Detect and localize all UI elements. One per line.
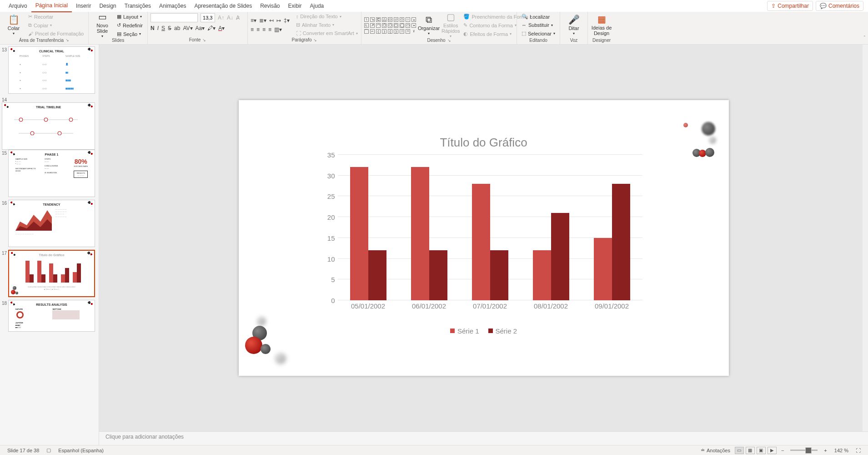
zoom-level[interactable]: 142 % (831, 448, 852, 453)
menu-exibir[interactable]: Exibir (284, 0, 306, 12)
menu-design[interactable]: Design (95, 0, 120, 12)
slide-thumbnail[interactable]: 14 TRIAL TIMELINE (2, 96, 95, 150)
menu-transicoes[interactable]: Transições (120, 0, 155, 12)
slide-number-label: 16 (2, 200, 8, 247)
justify-icon[interactable]: ≡ (268, 26, 271, 33)
quick-styles-button[interactable]: ▢Estilos Rápidos▾ (442, 13, 460, 38)
ribbon-group-clipboard: 📋Colar▾ ✂Recortar ⧉Copiar▾ 🖌Pincel de Fo… (0, 12, 89, 44)
menu-arquivo[interactable]: Arquivo (5, 0, 31, 12)
notes-toggle[interactable]: ≐Anotações (697, 447, 734, 453)
font-color-icon[interactable]: A▾ (218, 25, 225, 31)
svg-point-6 (58, 131, 61, 135)
copy-button[interactable]: ⧉Copiar▾ (26, 21, 85, 29)
font-name-combo[interactable] (151, 13, 198, 22)
zoom-in-button[interactable]: + (820, 448, 830, 453)
menu-ajuda[interactable]: Ajuda (306, 0, 328, 12)
chart-bar (490, 250, 508, 300)
highlight-icon[interactable]: 🖍▾ (207, 25, 216, 31)
ribbon-group-paragraph: ≡▾ ≣▾ ↤ ↦ ‡▾ ≡ ≡ ≡ ≡ ▥▾ ↕Direção do Text… (248, 12, 361, 44)
svg-point-20 (18, 313, 22, 317)
accessibility-icon[interactable]: ▢ (43, 447, 55, 453)
chart-bar (411, 167, 429, 300)
language-indicator[interactable]: Espanhol (Espanha) (55, 448, 107, 453)
format-painter-button[interactable]: 🖌Pincel de Formatação (26, 30, 85, 37)
ribbon-group-slides: ▭Novo Slide▾ ▦Layout▾ ↺Redefinir ▤Seção▾… (89, 12, 148, 44)
line-spacing-icon[interactable]: ‡▾ (284, 17, 290, 24)
case-icon[interactable]: Aa▾ (196, 25, 205, 31)
strike-icon[interactable]: S̶ (168, 25, 171, 31)
arrange-button[interactable]: ⧉Organizar▾ (418, 13, 440, 38)
svg-rect-18 (77, 263, 81, 283)
drawing-launcher-icon[interactable]: ↘ (447, 38, 451, 43)
design-ideas-button[interactable]: ▦Ideias de Design (591, 13, 612, 37)
italic-icon[interactable]: I (157, 25, 159, 31)
slide-thumbnail[interactable]: 18 RESULTS ANALYSISSATURNNEPTUNEJUPITER■… (2, 300, 95, 332)
notes-icon: ≐ (701, 447, 705, 453)
reading-view-button[interactable]: ▣ (757, 447, 766, 454)
align-right-icon[interactable]: ≡ (262, 26, 266, 33)
smartart-button[interactable]: ⛶Converter em SmartArt▾ (294, 30, 360, 37)
columns-icon[interactable]: ▥▾ (274, 26, 282, 33)
slide-thumbnail[interactable]: 17 Título do Gráfico 05/01/2002 06/01/20… (2, 250, 95, 297)
slide-canvas[interactable]: Título do Gráfico 05101520253035 05/01/2… (239, 100, 729, 376)
vertical-scrollbar[interactable] (863, 45, 868, 431)
slide-thumbnail[interactable]: 16 TENDENCY— — — — —— — — — —— — — —— — … (2, 200, 95, 247)
share-icon: ⇪ (771, 3, 776, 9)
slideshow-view-button[interactable]: ▶ (768, 447, 777, 454)
chart-x-axis: 05/01/200206/01/200207/01/200208/01/2002… (338, 302, 642, 314)
clear-formatting-icon[interactable]: A̷ (236, 15, 240, 21)
collapse-ribbon-icon[interactable]: ˆ (864, 35, 865, 40)
notes-pane[interactable]: Clique para adicionar anotações (99, 431, 868, 445)
clipboard-launcher-icon[interactable]: ↘ (65, 38, 69, 42)
layout-button[interactable]: ▦Layout▾ (115, 13, 145, 20)
zoom-out-button[interactable]: − (778, 448, 788, 453)
fit-to-window-button[interactable]: ⛶ (852, 448, 864, 453)
status-bar: Slide 17 de 38 ▢ Espanhol (Espanha) ≐Ano… (0, 445, 868, 455)
decrease-indent-icon[interactable]: ↤ (269, 17, 274, 24)
menu-animacoes[interactable]: Animações (155, 0, 190, 12)
underline-icon[interactable]: S (161, 25, 165, 31)
slide-thumbnails-panel[interactable]: 13 CLINICAL TRIAL PHASESSTEPSSAMPLE SIZE… (0, 45, 99, 445)
chart-title: Título do Gráfico (239, 136, 729, 150)
normal-view-button[interactable]: ▭ (735, 447, 744, 454)
menu-pagina-inicial[interactable]: Página Inicial (31, 0, 72, 12)
new-slide-button[interactable]: ▭Novo Slide▾ (91, 13, 113, 38)
increase-indent-icon[interactable]: ↦ (276, 17, 281, 24)
numbering-icon[interactable]: ≣▾ (259, 17, 266, 24)
svg-rect-15 (61, 274, 65, 283)
decrease-font-icon[interactable]: A↓ (227, 15, 233, 21)
share-button[interactable]: ⇪Compartilhar (767, 1, 813, 11)
bullets-icon[interactable]: ≡▾ (251, 17, 256, 24)
section-button[interactable]: ▤Seção▾ (115, 30, 145, 38)
dictate-button[interactable]: 🎤Ditar▾ (563, 13, 585, 37)
align-center-icon[interactable]: ≡ (256, 26, 260, 33)
comments-button[interactable]: 💬Comentários (816, 1, 863, 11)
replace-button[interactable]: ↔Substituir▾ (520, 21, 557, 29)
zoom-slider[interactable] (790, 450, 818, 451)
find-button[interactable]: 🔍Localizar (520, 13, 557, 20)
shapes-gallery[interactable]: \↘⊏△▭▱◇○▴ L↗◠⬠⬡▢◯⬭▾ ⌒⌐(){}☆✧⊽ (364, 17, 416, 34)
sorter-view-button[interactable]: ▦ (746, 447, 755, 454)
font-launcher-icon[interactable]: ↘ (202, 38, 206, 42)
cut-button[interactable]: ✂Recortar (26, 13, 85, 20)
spacing-icon[interactable]: AV▾ (183, 25, 192, 31)
align-text-button[interactable]: ⊟Alinhar Texto▾ (294, 21, 360, 29)
paragraph-launcher-icon[interactable]: ↘ (313, 38, 317, 42)
paste-button[interactable]: 📋Colar▾ (3, 13, 25, 37)
chart-bar (612, 184, 630, 300)
menu-inserir[interactable]: Inserir (72, 0, 95, 12)
slide-indicator[interactable]: Slide 17 de 38 (4, 448, 43, 453)
align-left-icon[interactable]: ≡ (251, 26, 254, 33)
bold-icon[interactable]: N (151, 25, 155, 31)
menu-apresentacao[interactable]: Apresentação de Slides (190, 0, 256, 12)
shadow-icon[interactable]: ab (174, 25, 180, 31)
slide-thumbnail[interactable]: 13 CLINICAL TRIAL PHASESSTEPSSAMPLE SIZE… (2, 46, 95, 94)
menu-revisao[interactable]: Revisão (256, 0, 284, 12)
font-size-combo[interactable] (201, 13, 215, 22)
reset-button[interactable]: ↺Redefinir (115, 21, 145, 29)
select-button[interactable]: ⬚Selecionar▾ (520, 30, 557, 37)
text-direction-button[interactable]: ↕Direção do Texto▾ (294, 13, 360, 20)
chart[interactable]: 05101520253035 05/01/200206/01/200207/01… (320, 155, 642, 314)
increase-font-icon[interactable]: A↑ (218, 15, 224, 21)
slide-thumbnail[interactable]: 15 PHASE 1SAMPLE SIZE• — —• — —SECONDARY… (2, 150, 95, 197)
